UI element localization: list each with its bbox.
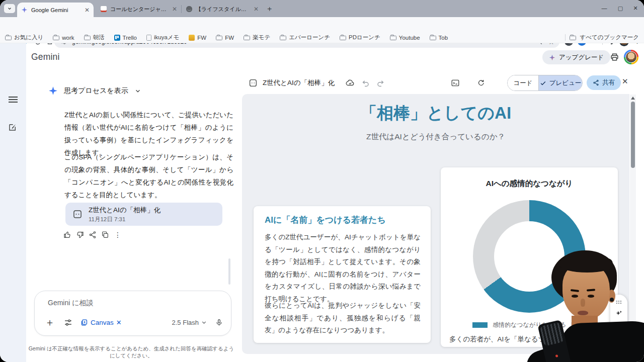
page-favicon [101, 6, 107, 12]
copy-icon[interactable] [101, 231, 109, 239]
gemini-sparkle-favicon [21, 7, 28, 13]
person-mouth [578, 311, 588, 315]
bookmark-folder[interactable]: お気に入り [5, 34, 43, 41]
tab-title: 【ライフスタイル】ChatGPTのリリース [196, 6, 250, 13]
print-icon[interactable] [610, 52, 619, 62]
canvas-icon [80, 319, 88, 326]
microphone-icon[interactable] [215, 319, 223, 326]
redo-icon[interactable] [376, 78, 385, 87]
console-icon[interactable] [451, 78, 460, 87]
model-selector[interactable]: 2.5 Flash [172, 319, 207, 326]
person-body [560, 320, 644, 362]
separator [565, 34, 566, 41]
disclaimer-text: Gemini は不正確な情報を表示することがあるため、生成された回答を再確認する… [28, 345, 234, 359]
folder-icon [390, 36, 396, 40]
all-bookmarks[interactable]: すべてのブックマーク [565, 34, 639, 41]
legend-swatch-teal [472, 322, 488, 328]
upgrade-button[interactable]: アップグレード [542, 50, 610, 64]
folder-icon [244, 36, 250, 40]
globe-favicon [186, 6, 192, 12]
person-hair-fringe [559, 258, 613, 273]
more-options-icon[interactable]: ⋮ [114, 231, 122, 239]
canvas-chip-label: Canvas [91, 319, 114, 326]
bookmark-folder[interactable]: FW [216, 35, 234, 41]
check-icon [540, 80, 546, 86]
folder-icon [280, 36, 286, 40]
tab-callcenter-japan[interactable]: コールセンタージャパン・ドットコム | 生 ✕ [99, 4, 179, 15]
close-canvas-icon[interactable]: ✕ [622, 77, 628, 86]
tab-search-button[interactable] [4, 4, 15, 13]
tab-close-icon[interactable]: ✕ [254, 6, 259, 12]
bookmark-item[interactable]: ikuyaメモ [146, 34, 179, 41]
remove-canvas-icon[interactable]: ✕ [116, 319, 122, 326]
tab-title: Google Gemini [31, 7, 81, 13]
browser-toolbar: ← → gemini.google.com/app/a2904c3cf71dc6… [0, 17, 644, 32]
chat-scrollbar[interactable] [228, 258, 230, 285]
minimize-button[interactable]: — [598, 2, 611, 14]
scroll-up-arrow[interactable] [631, 97, 635, 100]
bookmark-folder[interactable]: エバーローンチ [280, 34, 330, 41]
tab-close-icon[interactable]: ✕ [172, 6, 177, 12]
infographic-subtitle: Z世代はAIとどう付き合っているのか？ [242, 132, 629, 142]
chart-title: AIへの感情的なつながり [441, 178, 618, 189]
card-paragraph: 多くのZ世代ユーザーが、AIチャットボットを単なる「ツール」としてではなく、感情… [265, 231, 421, 305]
card-title: AIに「名前」をつける若者たち [265, 214, 386, 226]
infographic-title: 「相棒」としてのAI [242, 102, 629, 125]
thumbs-down-icon[interactable] [76, 231, 84, 239]
card-paragraph: 彼らにとってAIは、批判やジャッジをしない「安全な相談相手」であり、孤独感を和ら… [265, 300, 421, 337]
canvas-artifact-card[interactable]: Z世代とAIの「相棒」化 11月12日 7:31 [65, 203, 222, 226]
page-icon [146, 35, 151, 41]
assistant-paragraph: このSPA（シングルページアプリケーション）は、その現象の背景、具体的な事例、そ… [64, 151, 233, 201]
avatar-photo [625, 51, 637, 63]
bookmark-folder[interactable]: 朝活 [84, 34, 105, 41]
bookmark-folder[interactable]: PDローンチ [340, 34, 380, 41]
canvas-doc-icon [249, 78, 258, 87]
tools-tune-icon[interactable] [64, 318, 72, 327]
bookmark-item[interactable]: Trello [114, 35, 137, 41]
microphone-grille [540, 322, 564, 346]
message-actions: ⋮ [63, 231, 122, 239]
bookmark-folder[interactable]: Youtube [390, 35, 420, 41]
new-tab-button[interactable]: ＋ [266, 4, 273, 14]
chat-input-box: ＋ Canvas ✕ 2.5 Flash [34, 291, 231, 336]
bookmarks-bar: お気に入り work 朝活 Trello ikuyaメモ FW FW 楽モテ エ… [0, 32, 644, 43]
earbud [610, 298, 614, 302]
folder-icon [84, 36, 91, 40]
folder-icon [570, 36, 576, 40]
share-button[interactable]: 共有 [587, 75, 621, 90]
bookmark-folder[interactable]: 楽モテ [244, 34, 270, 41]
person-eye [572, 295, 578, 298]
bookmark-folder[interactable]: Tob [430, 35, 448, 41]
tab-chatgpt-release[interactable]: 【ライフスタイル】ChatGPTのリリース ✕ [184, 4, 261, 15]
person-nose [581, 299, 585, 307]
menu-hamburger-icon[interactable] [9, 97, 18, 103]
code-tab[interactable]: コード [508, 75, 539, 90]
maximize-button[interactable]: ▢ [614, 2, 627, 14]
tab-close-icon[interactable]: ✕ [85, 7, 90, 13]
thinking-toggle-label: 思考プロセスを表示 [64, 86, 128, 96]
close-window-button[interactable]: ✕ [629, 2, 642, 14]
tab-google-gemini[interactable]: Google Gemini ✕ [17, 3, 94, 17]
gemini-sparkle-icon [48, 86, 58, 96]
canvas-scrollbar-thumb[interactable] [631, 102, 635, 168]
new-chat-icon[interactable] [8, 123, 17, 132]
preview-tab[interactable]: プレビュー [539, 75, 582, 90]
bookmark-item[interactable]: FW [189, 35, 206, 41]
cloud-saved-icon [346, 78, 355, 87]
canvas-title[interactable]: Z世代とAIの「相棒」化 [263, 78, 335, 87]
chat-input[interactable] [47, 298, 208, 307]
artifact-timestamp: 11月12日 7:31 [89, 216, 160, 223]
add-attachment-icon[interactable]: ＋ [45, 316, 55, 329]
refresh-preview-icon[interactable] [477, 78, 485, 86]
bookmark-folder[interactable]: work [53, 35, 74, 41]
thumbs-up-icon[interactable] [63, 231, 71, 239]
microphone-led [555, 354, 558, 357]
share-icon[interactable] [89, 231, 97, 239]
account-avatar[interactable] [624, 50, 638, 64]
undo-icon[interactable] [361, 78, 370, 87]
thinking-process-toggle[interactable]: 思考プロセスを表示 [48, 86, 141, 96]
webcam-person-overlay [513, 246, 644, 362]
trello-icon [114, 35, 120, 41]
canvas-chip[interactable]: Canvas ✕ [80, 319, 122, 326]
model-label: 2.5 Flash [172, 319, 199, 326]
